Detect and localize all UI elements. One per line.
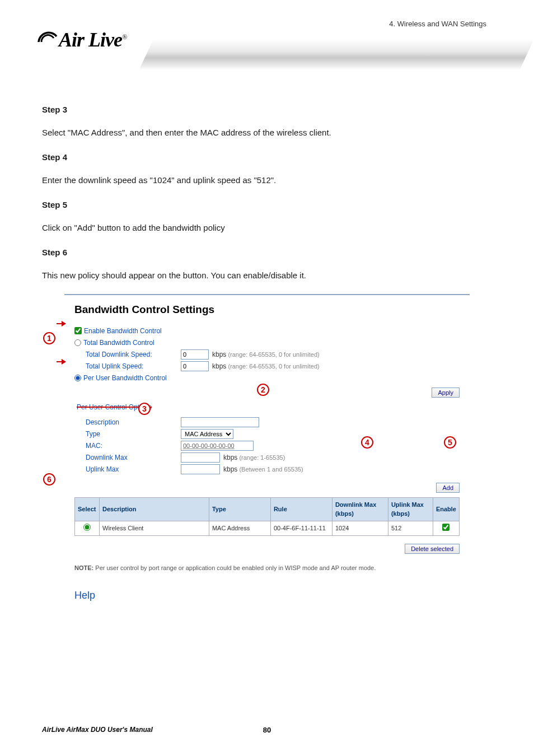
annotation-4: 4 xyxy=(361,436,373,449)
arrow-1b xyxy=(57,361,65,362)
row-select-radio[interactable] xyxy=(83,524,91,531)
total-dl-input[interactable] xyxy=(181,349,209,360)
total-dl-label: Total Downlink Speed: xyxy=(86,349,181,360)
step6-text: This new policy should appear on the but… xyxy=(42,269,492,282)
step5-heading: Step 5 xyxy=(42,199,492,212)
policy-table: Select Description Type Rule Downlink Ma… xyxy=(74,497,460,536)
type-label: Type xyxy=(86,429,181,439)
total-ul-label: Total Uplink Speed: xyxy=(86,361,181,371)
row-enable-checkbox[interactable] xyxy=(442,524,449,531)
enable-bandwidth-label: Enable Bandwidth Control xyxy=(84,326,162,336)
row-downlink: 1024 xyxy=(332,521,388,536)
mac-input[interactable] xyxy=(181,441,254,451)
th-type: Type xyxy=(209,497,270,521)
description-input[interactable] xyxy=(181,417,259,427)
description-label: Description xyxy=(86,417,181,427)
annotation-5: 5 xyxy=(444,436,456,449)
row-description: Wireless Client xyxy=(100,521,209,536)
row-uplink: 512 xyxy=(388,521,433,536)
uplink-max-label: Uplink Max xyxy=(86,464,181,474)
step6-heading: Step 6 xyxy=(42,246,492,259)
peruser-label: Per User Bandwidth Control xyxy=(83,373,167,383)
total-bandwidth-label: Total Bandwidth Control xyxy=(83,338,154,348)
downlink-max-input[interactable] xyxy=(181,452,220,463)
th-downlink: Downlink Max (kbps) xyxy=(332,497,388,521)
apply-button[interactable]: Apply xyxy=(432,388,460,398)
header-streak xyxy=(139,39,534,70)
peruser-radio[interactable] xyxy=(74,375,81,381)
chapter-label: 4. Wireless and WAN Settings xyxy=(389,20,486,28)
total-ul-input[interactable] xyxy=(181,361,209,371)
step5-text: Click on "Add" button to add the bandwid… xyxy=(42,222,492,235)
step4-text: Enter the downlink speed as "1024" and u… xyxy=(42,174,492,187)
uplink-max-input[interactable] xyxy=(181,464,220,474)
type-select[interactable]: MAC Address xyxy=(181,429,233,439)
annotation-2: 2 xyxy=(257,384,269,396)
help-link[interactable]: Help xyxy=(74,588,460,603)
arrow-1a xyxy=(57,323,65,324)
row-type: MAC Address xyxy=(209,521,270,536)
table-row: Wireless Client MAC Address 00-4F-6F-11-… xyxy=(75,521,460,536)
delete-selected-button[interactable]: Delete selected xyxy=(405,544,460,554)
table-header-row: Select Description Type Rule Downlink Ma… xyxy=(75,497,460,521)
step4-heading: Step 4 xyxy=(42,151,492,164)
th-description: Description xyxy=(100,497,209,521)
annotation-3: 3 xyxy=(138,403,151,415)
th-enable: Enable xyxy=(433,497,459,521)
bandwidth-panel: Bandwidth Control Settings Enable Bandwi… xyxy=(64,294,470,620)
th-rule: Rule xyxy=(270,497,332,521)
row-rule: 00-4F-6F-11-11-11 xyxy=(270,521,332,536)
step3-heading: Step 3 xyxy=(42,104,492,116)
th-uplink: Uplink Max (kbps) xyxy=(388,497,433,521)
note-text: NOTE: Per user control by port range or … xyxy=(74,564,460,572)
add-button[interactable]: Add xyxy=(436,483,460,493)
downlink-max-label: Downlink Max xyxy=(86,452,181,463)
th-select: Select xyxy=(75,497,100,521)
enable-bandwidth-checkbox[interactable] xyxy=(74,327,82,334)
footer-page: 80 xyxy=(263,726,271,734)
annotation-6: 6 xyxy=(43,473,55,486)
total-bandwidth-radio[interactable] xyxy=(74,339,81,346)
logo: Air Live® xyxy=(36,28,127,52)
mac-label: MAC: xyxy=(86,441,181,451)
panel-title: Bandwidth Control Settings xyxy=(74,302,460,318)
step3-text: Select "MAC Address", and then enter the… xyxy=(42,127,492,139)
annotation-1: 1 xyxy=(43,332,55,344)
